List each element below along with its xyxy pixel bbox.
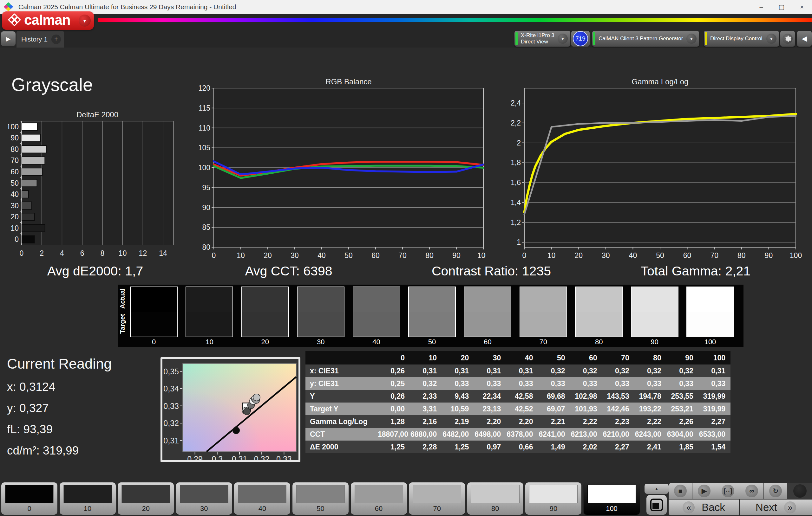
range-button[interactable]: [··] <box>716 483 740 499</box>
svg-text:0,32: 0,32 <box>254 455 270 460</box>
stop-icon: ■ <box>674 485 687 497</box>
pattern-window-button[interactable] <box>646 495 667 515</box>
table-cell: 2,22 <box>634 415 666 428</box>
table-cell: 2,28 <box>410 441 442 453</box>
back-label: Back <box>702 502 725 513</box>
table-column-header: 20 <box>442 351 474 364</box>
meter-reading-button[interactable]: 719 <box>571 30 590 47</box>
patch-button-50[interactable]: 50 <box>292 482 349 515</box>
svg-text:0,31: 0,31 <box>163 436 179 445</box>
svg-text:0,33: 0,33 <box>163 402 179 411</box>
table-cell: 0,33 <box>698 377 730 390</box>
table-cell: 6241,00 <box>538 428 570 441</box>
expand-up-button[interactable]: ▲ <box>644 484 669 494</box>
play-button[interactable]: ▶ <box>692 483 716 499</box>
svg-text:105: 105 <box>199 144 210 152</box>
patch-button-90[interactable]: 90 <box>525 482 581 515</box>
record-icon <box>793 484 807 497</box>
patch-button-0[interactable]: 0 <box>1 482 57 515</box>
play-right-icon: ▶ <box>6 35 11 42</box>
table-column-header: 40 <box>506 351 538 364</box>
actual-swatch <box>520 287 567 312</box>
swatch-80 <box>575 286 622 337</box>
svg-text:90: 90 <box>202 204 210 212</box>
swatch-level-label: 50 <box>408 338 457 346</box>
table-column-header: 0 <box>378 351 410 364</box>
tab-label: History 1 <box>21 35 48 43</box>
table-cell: 0,33 <box>474 377 506 390</box>
patch-button-60[interactable]: 60 <box>351 482 407 515</box>
collapse-panel-button[interactable]: ◀ <box>797 30 812 47</box>
patch-button-20[interactable]: 20 <box>118 482 174 515</box>
back-button[interactable]: « Back <box>669 499 740 515</box>
table-cell: 10,59 <box>442 402 474 415</box>
table-row-label: y: CIE31 <box>306 377 378 390</box>
patch-button-70[interactable]: 70 <box>409 482 465 515</box>
svg-text:30: 30 <box>291 251 299 260</box>
table-cell: 0,33 <box>506 377 538 390</box>
stat-total-gamma: Total Gamma: 2,21 <box>641 264 751 279</box>
table-cell: 23,13 <box>474 402 506 415</box>
tab-history-1[interactable]: History 1 + <box>17 31 64 48</box>
table-cell: 2,20 <box>474 415 506 428</box>
table-cell: 2,41 <box>634 441 666 453</box>
swatch-0 <box>130 286 178 337</box>
patch-button-40[interactable]: 40 <box>234 482 290 515</box>
table-cell: 42,58 <box>506 390 538 402</box>
loop-button[interactable]: ∞ <box>740 483 764 499</box>
chevron-up-icon: ▲ <box>655 486 659 491</box>
minimize-button[interactable]: – <box>751 0 772 14</box>
table-cell: 0,31 <box>410 364 442 377</box>
patch-button-100[interactable]: 100 <box>584 482 640 515</box>
table-cell: 1,25 <box>378 441 410 453</box>
table-cell: 6482,00 <box>442 428 474 441</box>
actual-swatch <box>186 287 232 312</box>
refresh-button[interactable]: ↻ <box>764 483 788 499</box>
calman-menu-button[interactable]: calman ▼ <box>2 11 94 30</box>
cie-chart: 0,350,340,330,320,310,290,30,310,320,33 <box>161 357 300 462</box>
pattern-window-icon <box>650 498 663 511</box>
svg-text:90: 90 <box>10 134 19 142</box>
next-button[interactable]: Next » <box>740 499 812 515</box>
target-swatch <box>576 312 622 337</box>
swatch-level-label: 10 <box>185 338 234 346</box>
add-tab-button[interactable]: + <box>51 35 61 44</box>
patch-level-label: 100 <box>584 505 640 513</box>
current-reading-title: Current Reading <box>7 356 112 372</box>
tab-scroll-button[interactable]: ▶ <box>1 31 16 46</box>
svg-text:8: 8 <box>100 249 105 257</box>
restore-button[interactable]: ▢ <box>772 0 792 14</box>
svg-text:6: 6 <box>80 249 84 257</box>
settings-button[interactable] <box>780 30 795 47</box>
swatch-50 <box>408 286 456 337</box>
patch-button-30[interactable]: 30 <box>176 482 232 515</box>
spectrum-bar <box>98 18 812 22</box>
table-cell: 2,19 <box>442 415 474 428</box>
table-row-label: CCT <box>306 428 378 441</box>
next-label: Next <box>756 502 777 513</box>
meter-dropdown[interactable]: X-Rite i1Pro 3Direct View ▼ <box>514 30 571 47</box>
close-button[interactable]: × <box>792 0 812 14</box>
reading-cdm2: cd/m²: 319,99 <box>7 444 112 457</box>
display-control-dropdown[interactable]: Direct Display Control ▼ <box>703 30 779 47</box>
table-row-label: Gamma Log/Log <box>306 415 378 428</box>
pattern-generator-dropdown[interactable]: CalMAN Client 3 Pattern Generator ▼ <box>592 30 699 47</box>
patch-button-80[interactable]: 80 <box>467 482 523 515</box>
actual-row-label: Actual <box>119 286 129 311</box>
gamma-chart: Gamma Log/Log2,42,221,81,61,41,210102030… <box>509 78 804 260</box>
actual-swatch <box>687 287 733 312</box>
swatch-10 <box>185 286 233 337</box>
patch-swatch <box>529 485 578 503</box>
svg-text:0,33: 0,33 <box>276 455 292 460</box>
swatch-40 <box>353 286 400 337</box>
stop-button[interactable]: ■ <box>669 483 692 499</box>
table-column-header: 60 <box>570 351 602 364</box>
svg-text:1,4: 1,4 <box>511 199 521 207</box>
table-cell: 142,46 <box>602 402 634 415</box>
svg-text:20: 20 <box>264 251 272 260</box>
table-column-header: 100 <box>698 351 730 364</box>
swatch-20 <box>241 286 289 337</box>
svg-text:60: 60 <box>371 251 380 260</box>
patch-button-10[interactable]: 10 <box>60 482 116 515</box>
svg-text:2,4: 2,4 <box>511 99 521 107</box>
